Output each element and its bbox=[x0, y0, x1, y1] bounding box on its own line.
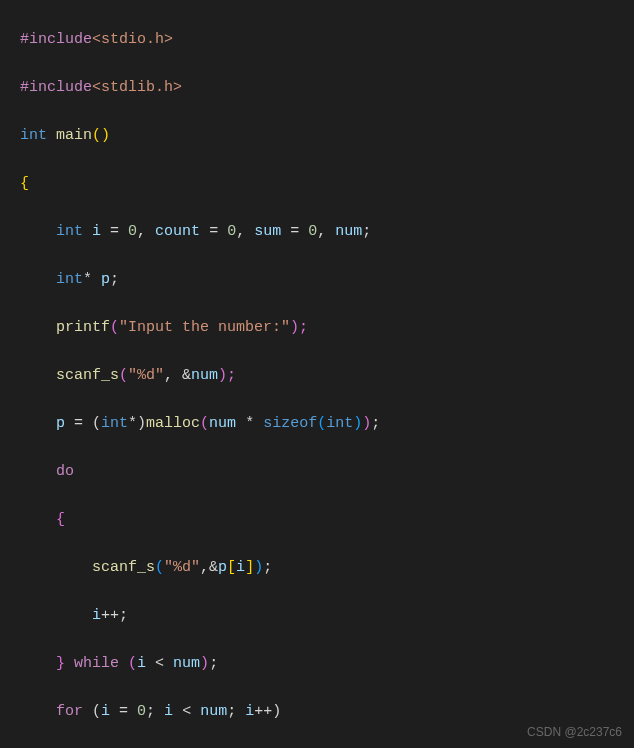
kw-int: int bbox=[20, 127, 47, 144]
var-count: count bbox=[155, 223, 200, 240]
header-name: <stdio.h> bbox=[92, 31, 173, 48]
code-line: int main() bbox=[20, 124, 626, 148]
watermark-text: CSDN @2c237c6 bbox=[527, 723, 622, 742]
fn-malloc: malloc bbox=[146, 415, 200, 432]
string-literal: "Input the number:" bbox=[119, 319, 290, 336]
var-p: p bbox=[56, 415, 65, 432]
var-p: p bbox=[101, 271, 110, 288]
code-line: } while (i < num); bbox=[20, 652, 626, 676]
brace-open: { bbox=[56, 511, 65, 528]
kw-int: int bbox=[56, 223, 83, 240]
code-line: { bbox=[20, 172, 626, 196]
code-line: printf("Input the number:"); bbox=[20, 316, 626, 340]
var-num: num bbox=[335, 223, 362, 240]
paren: () bbox=[92, 127, 110, 144]
code-line: for (i = 0; i < num; i++) bbox=[20, 700, 626, 724]
code-line: scanf_s("%d",&p[i]); bbox=[20, 556, 626, 580]
code-line: int* p; bbox=[20, 268, 626, 292]
preproc-hash: #include bbox=[20, 79, 92, 96]
header-name: <stdlib.h> bbox=[92, 79, 182, 96]
brace-open: { bbox=[20, 175, 29, 192]
kw-while: while bbox=[65, 655, 128, 672]
code-line: do bbox=[20, 460, 626, 484]
fn-scanf: scanf_s bbox=[92, 559, 155, 576]
code-line: { bbox=[20, 508, 626, 532]
code-line: #include<stdio.h> bbox=[20, 28, 626, 52]
code-line: i++; bbox=[20, 604, 626, 628]
fn-printf: printf bbox=[56, 319, 110, 336]
string-literal: "%d" bbox=[128, 367, 164, 384]
kw-sizeof: sizeof bbox=[263, 415, 317, 432]
num-zero: 0 bbox=[128, 223, 137, 240]
code-line: #include<stdlib.h> bbox=[20, 76, 626, 100]
var-i: i bbox=[92, 607, 101, 624]
fn-scanf: scanf_s bbox=[56, 367, 119, 384]
brace-close: } bbox=[56, 655, 65, 672]
code-line: int i = 0, count = 0, sum = 0, num; bbox=[20, 220, 626, 244]
var-i: i bbox=[92, 223, 101, 240]
code-editor: #include<stdio.h> #include<stdlib.h> int… bbox=[0, 0, 634, 748]
code-line: p = (int*)malloc(num * sizeof(int)); bbox=[20, 412, 626, 436]
var-sum: sum bbox=[254, 223, 281, 240]
code-line: scanf_s("%d", &num); bbox=[20, 364, 626, 388]
kw-for: for bbox=[56, 703, 83, 720]
fn-main: main bbox=[56, 127, 92, 144]
kw-do: do bbox=[56, 463, 74, 480]
kw-int: int bbox=[56, 271, 83, 288]
preproc-hash: #include bbox=[20, 31, 92, 48]
